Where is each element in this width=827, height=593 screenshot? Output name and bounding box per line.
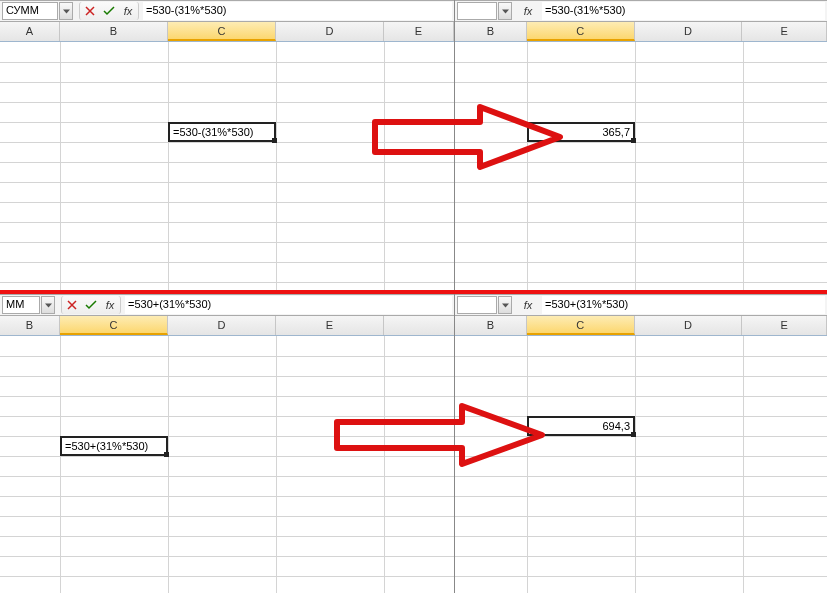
column-headers: A B C D E — [0, 22, 454, 42]
col-header-e[interactable]: E — [276, 316, 384, 335]
chevron-down-icon — [502, 9, 509, 14]
name-box[interactable] — [457, 296, 497, 314]
col-header-d[interactable]: D — [168, 316, 276, 335]
col-header-e[interactable]: E — [384, 22, 454, 41]
formula-input[interactable]: =530-(31%*530) — [143, 2, 452, 20]
chevron-down-icon — [502, 303, 509, 308]
cell-value: =530-(31%*530) — [173, 126, 253, 138]
col-header-d[interactable]: D — [635, 316, 743, 335]
col-header-b[interactable]: B — [0, 316, 60, 335]
formula-input[interactable]: =530+(31%*530) — [125, 296, 452, 314]
col-header-e[interactable]: E — [742, 316, 827, 335]
fill-handle[interactable] — [272, 138, 277, 143]
name-box[interactable] — [457, 2, 497, 20]
formula-bar: fx =530-(31%*530) — [455, 0, 827, 22]
formula-buttons: fx — [61, 296, 121, 314]
cancel-icon — [85, 6, 95, 16]
fx-button[interactable]: fx — [104, 299, 116, 311]
fill-handle[interactable] — [631, 138, 636, 143]
active-cell[interactable]: =530+(31%*530) — [60, 436, 168, 456]
col-header-a[interactable]: A — [0, 22, 60, 41]
name-box-dropdown[interactable] — [59, 2, 73, 20]
arrow-icon — [332, 400, 552, 470]
check-icon — [103, 6, 115, 16]
name-box-dropdown[interactable] — [41, 296, 55, 314]
col-header-d[interactable]: D — [276, 22, 384, 41]
check-icon — [85, 300, 97, 310]
formula-input[interactable]: =530+(31%*530) — [542, 296, 825, 314]
fill-handle[interactable] — [164, 452, 169, 457]
cell-value: 694,3 — [602, 420, 630, 432]
name-box-dropdown[interactable] — [498, 2, 512, 20]
formula-bar: СУММ fx =530-(31%*530) — [0, 0, 454, 22]
cancel-icon — [67, 300, 77, 310]
column-headers: B C D E — [455, 316, 827, 336]
formula-buttons: fx — [518, 296, 538, 314]
accept-button[interactable] — [103, 5, 115, 17]
chevron-down-icon — [45, 303, 52, 308]
arrow-icon — [370, 102, 570, 172]
col-header-b[interactable]: B — [60, 22, 168, 41]
fill-handle[interactable] — [631, 432, 636, 437]
cancel-button[interactable] — [84, 5, 96, 17]
formula-buttons: fx — [518, 2, 538, 20]
cell-value: 365,7 — [602, 126, 630, 138]
active-cell[interactable]: =530-(31%*530) — [168, 122, 276, 142]
name-box[interactable]: СУММ — [2, 2, 58, 20]
name-box[interactable]: ММ — [2, 296, 40, 314]
col-header-c[interactable]: C — [527, 316, 635, 335]
formula-input[interactable]: =530-(31%*530) — [542, 2, 825, 20]
accept-button[interactable] — [85, 299, 97, 311]
formula-bar: fx =530+(31%*530) — [455, 294, 827, 316]
formula-bar: ММ fx =530+(31%*530) — [0, 294, 454, 316]
fx-button[interactable]: fx — [522, 5, 534, 17]
col-header-c[interactable]: C — [527, 22, 635, 41]
formula-buttons: fx — [79, 2, 139, 20]
col-header-e[interactable]: E — [742, 22, 827, 41]
column-headers: B C D E — [0, 316, 454, 336]
cancel-button[interactable] — [66, 299, 78, 311]
fx-button[interactable]: fx — [122, 5, 134, 17]
col-header-b[interactable]: B — [455, 316, 527, 335]
cell-value: =530+(31%*530) — [65, 440, 148, 452]
col-header-b[interactable]: B — [455, 22, 527, 41]
name-box-dropdown[interactable] — [498, 296, 512, 314]
col-header-c[interactable]: C — [60, 316, 168, 335]
column-headers: B C D E — [455, 22, 827, 42]
chevron-down-icon — [63, 9, 70, 14]
fx-button[interactable]: fx — [522, 299, 534, 311]
col-header-d[interactable]: D — [635, 22, 743, 41]
col-header-c[interactable]: C — [168, 22, 276, 41]
